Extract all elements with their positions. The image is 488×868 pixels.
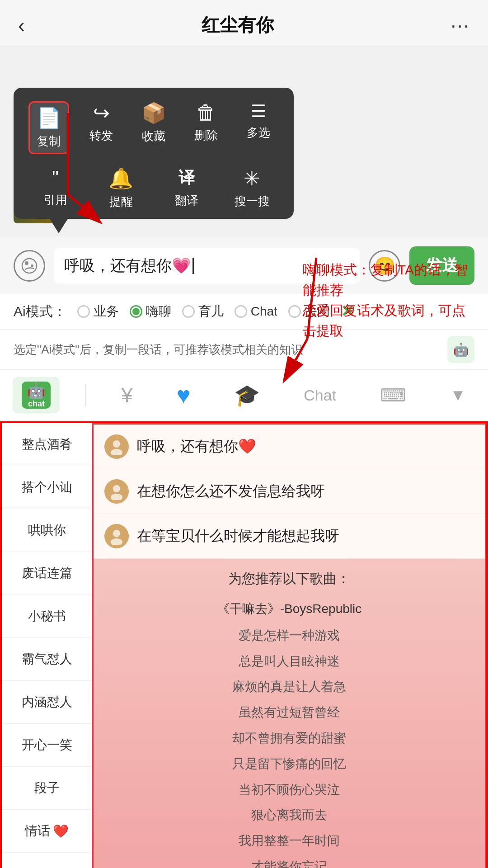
more-button[interactable]: ··· [450,14,470,37]
quote-icon: " [52,167,59,189]
remind-icon: 🔔 [108,167,133,190]
lyric-1: 总是叫人目眩神迷 [103,649,476,675]
main-content: 整点酒肴 搭个小讪 哄哄你 废话连篇 小秘书 霸气怼人 内涵怼人 开心一笑 段子… [0,421,488,868]
svg-point-6 [111,494,122,500]
right-panel: 呼吸，还有想你❤️ 在想你怎么还不发信息给我呀 在等宝贝什么时候才能想起我呀 [92,423,486,868]
sidebar-item-1[interactable]: 搭个小讪 [2,466,92,509]
ai-mode-label: Ai模式： [14,302,66,321]
sidebar-item-7[interactable]: 开心一笑 [2,724,92,767]
suggestion-avatar-1 [104,479,129,504]
toolbar-chat-text[interactable]: Chat [295,382,345,409]
lyric-6: 当初不顾伤心哭泣 [103,777,476,803]
suggestion-item-1[interactable]: 在想你怎么还不发信息给我呀 [94,469,485,514]
context-menu-search[interactable]: ✳ 搜一搜 [232,167,272,210]
svg-point-7 [113,530,120,537]
context-menu-row1: 📄 复制 ↪ 转发 📦 收藏 🗑 删除 ☰ 多选 [23,101,285,154]
radio-circle-chat [235,305,247,318]
lyric-3: 虽然有过短暂曾经 [103,700,476,726]
page-title: 红尘有你 [202,13,274,38]
lyric-4: 却不曾拥有爱的甜蜜 [103,726,476,751]
toolbar-chat-bot[interactable]: 🤖 chat [13,377,60,413]
toolbar-graduation[interactable]: 🎓 [225,378,269,412]
radio-circle-business [77,305,90,318]
sidebar-item-2[interactable]: 哄哄你 [2,509,92,552]
context-menu-delete[interactable]: 🗑 删除 [186,101,226,154]
sidebar-item-9[interactable]: 情话 ❤️ [2,810,92,853]
toolbar-keyboard[interactable]: ⌨ [371,380,415,410]
context-menu-collect[interactable]: 📦 收藏 [133,101,174,154]
sidebar-item-4[interactable]: 小秘书 [2,595,92,638]
lyric-8: 我用整整一年时间 [103,828,476,854]
context-menu: 📄 复制 ↪ 转发 📦 收藏 🗑 删除 ☰ 多选 " [14,88,294,219]
radio-circle-close [288,305,301,318]
toolbar-money[interactable]: ¥ [112,378,142,412]
sidebar-item-8[interactable]: 段子 [2,767,92,810]
sidebar-item-0[interactable]: 整点酒肴 [2,423,92,466]
suggestion-avatar-0 [104,434,129,459]
svg-point-4 [111,449,122,455]
song-recommend-header: 为您推荐以下歌曲： [103,570,476,588]
left-sidebar: 整点酒肴 搭个小讪 哄哄你 废话连篇 小秘书 霸气怼人 内涵怼人 开心一笑 段子… [2,423,92,868]
annotation-text: 嗨聊模式：复制TA的话，智能推荐恋爱回复话术及歌词，可点击提取 [303,259,474,341]
toolbar: 🤖 chat ¥ ♥ 🎓 Chat ⌨ ▼ [0,370,488,421]
context-menu-translate[interactable]: 译 翻译 [166,167,207,210]
lyric-7: 狠心离我而去 [103,802,476,828]
radio-circle-haichat [130,305,142,318]
lyric-0: 爱是怎样一种游戏 [103,623,476,649]
sidebar-item-5[interactable]: 霸气怼人 [2,638,92,681]
search-everywhere-icon: ✳ [244,167,260,190]
toolbar-dropdown[interactable]: ▼ [441,381,475,409]
radio-business[interactable]: 业务 [77,303,119,320]
svg-point-2 [31,264,33,267]
sidebar-item-3[interactable]: 废话连篇 [2,552,92,595]
radio-circle-childcare [182,305,195,318]
toolbar-heart[interactable]: ♥ [168,377,200,413]
top-nav: ‹ 红尘有你 ··· [0,0,488,47]
song-title[interactable]: 《干嘛去》-BoysRepublic [103,595,476,623]
delete-icon: 🗑 [196,101,216,124]
lyric-5: 只是留下惨痛的回忆 [103,751,476,777]
svg-point-1 [25,261,28,265]
context-menu-forward[interactable]: ↪ 转发 [81,101,122,154]
radio-haichat[interactable]: 嗨聊 [130,303,171,320]
suggestion-avatar-2 [104,524,129,548]
context-menu-multiselect[interactable]: ☰ 多选 [238,101,279,154]
svg-point-3 [113,440,120,448]
multiselect-icon: ☰ [251,101,266,121]
suggestion-text-0: 呼吸，还有想你❤️ [137,437,256,457]
context-menu-arrow [50,219,68,233]
voice-button[interactable] [14,250,45,282]
lyric-2: 麻烦的真是让人着急 [103,674,476,700]
song-section: 为您推荐以下歌曲： 《干嘛去》-BoysRepublic 爱是怎样一种游戏 总是… [94,559,485,868]
context-menu-remind[interactable]: 🔔 提醒 [101,167,141,210]
radio-chat[interactable]: Chat [235,304,277,319]
svg-point-8 [111,538,122,545]
svg-point-0 [22,259,37,273]
radio-childcare[interactable]: 育儿 [182,303,224,320]
forward-icon: ↪ [93,101,110,124]
context-menu-copy[interactable]: 📄 复制 [28,101,69,154]
suggestion-item-0[interactable]: 呼吸，还有想你❤️ [94,425,485,469]
suggestion-text-2: 在等宝贝什么时候才能想起我呀 [137,526,339,546]
sidebar-item-6[interactable]: 内涵怼人 [2,681,92,724]
lyric-9: 才能将你忘记 [103,854,476,868]
context-menu-quote[interactable]: " 引用 [35,167,76,210]
suggestion-text-1: 在想你怎么还不发信息给我呀 [137,481,325,501]
collect-icon: 📦 [141,101,166,125]
toolbar-sep1 [85,384,86,406]
context-menu-row2: " 引用 🔔 提醒 译 翻译 ✳ 搜一搜 [23,167,285,210]
suggestion-item-2[interactable]: 在等宝贝什么时候才能想起我呀 [94,514,485,559]
svg-point-5 [113,485,120,492]
translate-icon: 译 [178,167,195,189]
copy-icon: 📄 [37,106,61,130]
back-button[interactable]: ‹ [18,14,25,37]
